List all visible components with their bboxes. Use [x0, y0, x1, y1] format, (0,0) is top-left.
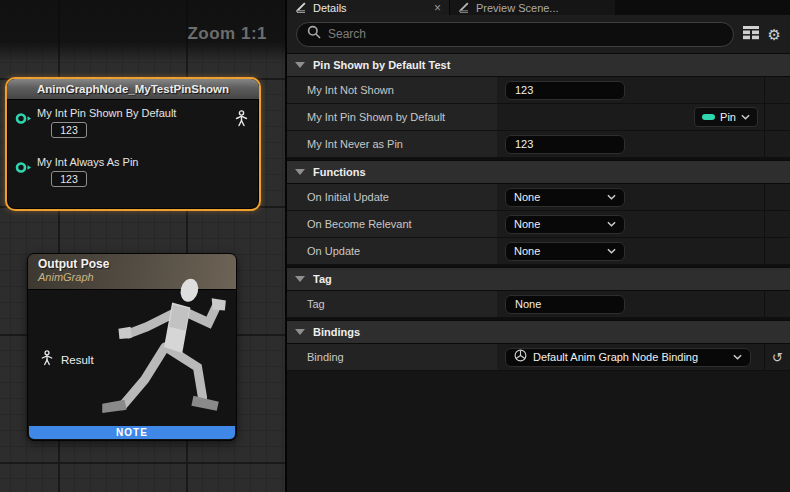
row-on-initial-update: On Initial Update None — [287, 184, 790, 211]
result-pin-label: Result — [61, 354, 94, 366]
tab-close-icon[interactable]: × — [434, 3, 441, 13]
tab-label: Preview Scene... — [476, 2, 559, 14]
zoom-indicator: Zoom 1:1 — [187, 24, 267, 44]
unreal-editor-window: Zoom 1:1 AnimGraphNode_MyTestPinShown My… — [0, 0, 790, 492]
pin-label: My Int Always As Pin — [37, 156, 259, 168]
chevron-down-icon — [741, 114, 750, 120]
section-title: Tag — [313, 273, 332, 285]
mannequin-image — [84, 270, 236, 426]
property-label: Tag — [287, 291, 497, 317]
search-input[interactable] — [328, 27, 723, 41]
pin-dropdown-label: Pin — [720, 111, 736, 123]
binding-value: Default Anim Graph Node Binding — [533, 351, 727, 363]
row-on-become-relevant: On Become Relevant None — [287, 211, 790, 238]
pin-value-input[interactable] — [51, 122, 87, 138]
chevron-down-icon — [733, 354, 742, 360]
collapse-arrow-icon[interactable] — [295, 276, 305, 282]
on-initial-update-dropdown[interactable]: None — [505, 188, 625, 207]
section-header[interactable]: Tag — [287, 267, 790, 291]
section-title: Bindings — [313, 326, 360, 338]
dropdown-value: None — [514, 218, 601, 230]
output-pose-pin-icon[interactable] — [234, 110, 249, 131]
tab-label: Details — [313, 2, 347, 14]
property-label: My Int Never as Pin — [287, 131, 497, 157]
collapse-arrow-icon[interactable] — [295, 169, 305, 175]
reset-cell — [764, 291, 790, 317]
binding-class-icon — [514, 348, 527, 366]
dropdown-value: None — [514, 191, 601, 203]
property-label: On Become Relevant — [287, 211, 497, 237]
anim-graph-test-node[interactable]: AnimGraphNode_MyTestPinShown My Int Pin … — [5, 77, 261, 211]
section-header[interactable]: Functions — [287, 160, 790, 184]
tag-input[interactable] — [505, 295, 625, 314]
row-my-int-never-as-pin: My Int Never as Pin — [287, 131, 790, 158]
on-update-dropdown[interactable]: None — [505, 242, 625, 261]
my-int-never-as-pin-input[interactable] — [505, 135, 625, 154]
reset-cell — [764, 104, 790, 130]
section-functions: Functions On Initial Update None — [287, 160, 790, 265]
tab-details[interactable]: Details × — [287, 0, 449, 15]
result-pin[interactable]: Result — [40, 350, 94, 370]
settings-gear-icon[interactable]: ⚙ — [768, 27, 781, 42]
section-title: Functions — [313, 166, 366, 178]
chevron-down-icon — [607, 221, 616, 227]
binding-dropdown[interactable]: Default Anim Graph Node Binding — [505, 348, 751, 367]
row-on-update: On Update None — [287, 238, 790, 265]
on-become-relevant-dropdown[interactable]: None — [505, 215, 625, 234]
collapse-arrow-icon[interactable] — [295, 329, 305, 335]
section-bindings: Bindings Binding Default Anim Gr — [287, 320, 790, 371]
display-filter-icon[interactable] — [743, 26, 759, 42]
details-empty-area — [287, 371, 790, 492]
section-tag: Tag Tag — [287, 267, 790, 318]
chevron-down-icon — [607, 194, 616, 200]
reset-cell — [764, 131, 790, 157]
my-int-not-shown-input[interactable] — [505, 81, 625, 100]
node-pin-row: My Int Pin Shown By Default — [7, 107, 259, 138]
section-header[interactable]: Pin Shown by Default Test — [287, 53, 790, 77]
node-title: AnimGraphNode_MyTestPinShown — [37, 83, 229, 95]
reset-cell — [764, 77, 790, 103]
note-banner[interactable]: NOTE — [29, 426, 235, 439]
property-label: On Update — [287, 238, 497, 264]
property-label: On Initial Update — [287, 184, 497, 210]
row-my-int-not-shown: My Int Not Shown — [287, 77, 790, 104]
search-box[interactable] — [296, 22, 734, 47]
dropdown-value: None — [514, 245, 601, 257]
tab-preview-scene[interactable]: Preview Scene... — [449, 0, 615, 15]
reset-cell — [764, 211, 790, 237]
row-tag: Tag — [287, 291, 790, 318]
chevron-down-icon — [607, 248, 616, 254]
pin-pill-icon — [702, 114, 715, 120]
details-panel: Details × Preview Scene... — [285, 0, 790, 492]
int-pin-icon[interactable] — [15, 111, 32, 129]
collapse-arrow-icon[interactable] — [295, 62, 305, 68]
search-icon — [307, 25, 321, 43]
output-node-title: Output Pose — [38, 257, 236, 271]
search-row: ⚙ — [287, 15, 790, 53]
section-title: Pin Shown by Default Test — [313, 59, 450, 71]
output-pose-node[interactable]: Output Pose AnimGraph — [27, 253, 237, 441]
pin-visibility-dropdown[interactable]: Pin — [694, 107, 758, 127]
property-label: My Int Pin Shown by Default — [287, 104, 497, 130]
section-pin-shown-by-default-test: Pin Shown by Default Test My Int Not Sho… — [287, 53, 790, 158]
anim-graph-canvas[interactable]: Zoom 1:1 AnimGraphNode_MyTestPinShown My… — [0, 0, 285, 492]
row-binding: Binding Default Anim Graph Node Binding — [287, 344, 790, 371]
node-pin-row: My Int Always As Pin — [7, 156, 259, 187]
int-pin-icon[interactable] — [15, 160, 32, 178]
tab-bar: Details × Preview Scene... — [287, 0, 790, 15]
property-label: Binding — [287, 344, 497, 370]
reset-cell — [764, 238, 790, 264]
pin-label: My Int Pin Shown By Default — [37, 107, 259, 119]
reset-cell — [764, 184, 790, 210]
details-sections: Pin Shown by Default Test My Int Not Sho… — [287, 53, 790, 371]
section-header[interactable]: Bindings — [287, 320, 790, 344]
property-label: My Int Not Shown — [287, 77, 497, 103]
node-header[interactable]: AnimGraphNode_MyTestPinShown — [7, 79, 259, 100]
row-my-int-pin-shown-by-default: My Int Pin Shown by Default Pin — [287, 104, 790, 131]
note-banner-label: NOTE — [116, 427, 148, 438]
pin-value-input[interactable] — [51, 171, 87, 187]
result-pose-pin-icon — [40, 350, 54, 370]
reset-to-default-icon[interactable]: ↺ — [772, 350, 783, 365]
